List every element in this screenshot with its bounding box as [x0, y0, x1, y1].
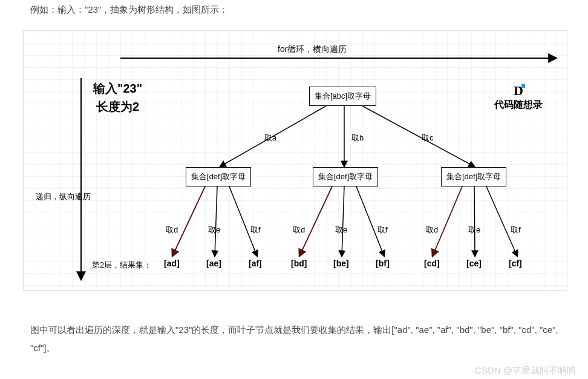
- leaf-bd: [bd]: [291, 259, 307, 268]
- leaf-be: [be]: [333, 259, 349, 268]
- svg-line-7: [229, 186, 257, 256]
- mid-node-box-c: 集合[def]取字母: [441, 167, 506, 186]
- svg-line-4: [362, 106, 474, 166]
- leaf-cf: [cf]: [509, 259, 522, 268]
- svg-line-12: [474, 186, 475, 256]
- mid-node-box-a: 集合[def]取字母: [186, 167, 251, 186]
- input-label: 输入"23" 长度为2: [93, 79, 142, 116]
- input-line2: 长度为2: [96, 100, 139, 113]
- edge-label-a: 取a: [264, 133, 276, 143]
- leaf-ce: [ce]: [466, 259, 482, 268]
- leaf-bf: [bf]: [376, 259, 390, 268]
- input-line1: 输入"23": [93, 82, 142, 95]
- edge-label-d-2: 取d: [293, 225, 305, 236]
- edge-label-d-3: 取d: [426, 225, 438, 236]
- edge-label-b: 取b: [351, 133, 364, 143]
- leaf-ae: [ae]: [206, 259, 221, 268]
- mid-node-box-b: 集合[def]取字母: [313, 167, 378, 186]
- result-prefix-label: 第2层，结果集：: [92, 260, 151, 271]
- watermark-text: CSDN @苹果就叫不呐呐: [475, 365, 576, 377]
- svg-line-13: [486, 186, 517, 256]
- svg-line-10: [356, 186, 384, 256]
- edge-label-d-1: 取d: [166, 225, 178, 236]
- edge-label-c: 取c: [422, 133, 434, 143]
- edge-label-f-2: 取f: [377, 225, 388, 236]
- brand-logo-icon: D: [514, 83, 523, 99]
- svg-line-6: [215, 186, 217, 256]
- brand-area: D 代码随想录: [494, 83, 543, 111]
- edge-label-f-3: 取f: [511, 225, 521, 236]
- outro-text: 图中可以看出遍历的深度，就是输入"23"的长度，而叶子节点就是我们要收集的结果，…: [30, 321, 564, 357]
- leaf-af: [af]: [249, 259, 262, 268]
- edge-label-f-1: 取f: [250, 225, 261, 236]
- svg-line-9: [342, 186, 344, 256]
- leaf-cd: [cd]: [424, 259, 440, 268]
- left-arrow-label: 递归，纵向遍历: [36, 191, 91, 202]
- brand-text: 代码随想录: [494, 99, 543, 110]
- intro-text: 例如：输入："23"，抽象为树形结构，如图所示：: [30, 2, 228, 17]
- edge-label-e-2: 取e: [335, 225, 347, 236]
- svg-line-11: [433, 186, 462, 256]
- svg-line-8: [299, 186, 332, 256]
- diagram-arrows: [24, 31, 568, 291]
- svg-line-5: [172, 186, 205, 256]
- edge-label-e-1: 取e: [208, 225, 220, 236]
- edge-label-e-3: 取e: [468, 225, 480, 236]
- root-node-box: 集合[abc]取字母: [309, 87, 376, 106]
- top-arrow-label: for循环，横向遍历: [278, 44, 347, 55]
- tree-diagram: for循环，横向遍历 输入"23" 长度为2 D 代码随想录 递归，纵向遍历 集…: [23, 30, 567, 291]
- leaf-ad: [ad]: [164, 259, 180, 268]
